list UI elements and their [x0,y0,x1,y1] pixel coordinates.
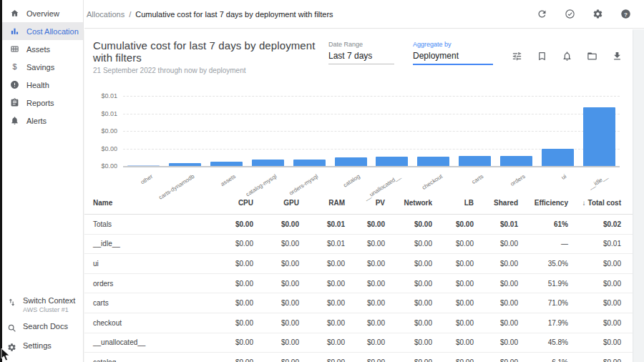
sidebar-item-label: Reports [26,99,54,107]
x-axis-tick-label: catalog [342,173,361,189]
column-header-efficiency[interactable]: Efficiency [518,199,568,207]
cost-bar-chart: $0.01$0.01$0.00$0.00$0.00 othercarts-dyn… [123,96,620,189]
column-header-cpu[interactable]: CPU [209,199,253,207]
row-value: $0.00 [209,280,253,288]
settings-button[interactable]: Settings [0,337,83,356]
row-value: $0.00 [253,280,299,288]
main-background: Cumulative cost for last 7 days by deplo… [84,29,644,362]
row-value: $0.00 [209,338,253,346]
bar-chart-icon [10,26,19,36]
column-header-total-cost[interactable]: ↓Total cost [568,199,621,207]
help-icon[interactable]: ? [620,9,631,19]
sidebar-item-alerts[interactable]: Alerts [0,112,83,129]
bell-outline-icon[interactable] [562,51,572,62]
table-row-__unallocated__[interactable]: __unallocated__$0.00$0.00$0.00$0.00$0.00… [84,333,633,353]
row-value: $0.00 [345,358,385,362]
sidebar-item-savings[interactable]: $ Savings [0,58,83,76]
current-cluster-label: AWS Cluster #1 [23,306,75,313]
table-row-orders[interactable]: orders$0.00$0.00$0.00$0.00$0.00$0.00$0.0… [84,274,633,294]
table-row-__idle__[interactable]: __idle__$0.00$0.00$0.01$0.00$0.00$0.00$0… [84,235,633,255]
bell-icon [10,116,19,125]
check-circle-icon[interactable] [565,9,575,19]
bar-carts[interactable] [459,156,491,166]
bar-catalog-mysql[interactable] [252,160,284,166]
x-axis-tick-label: ui [560,173,567,181]
bar-slot [206,96,248,166]
bar-slot [371,96,413,166]
row-value: $0.00 [474,260,518,268]
bar-assets[interactable] [210,162,243,166]
row-value: $0.00 [345,319,385,327]
date-range-value[interactable]: Last 7 days [328,51,394,64]
topbar-icons: ? [537,9,631,19]
bar-slot [578,96,620,166]
column-header-gpu[interactable]: GPU [253,199,299,207]
sidebar-item-cost-allocation[interactable]: Cost Allocation [0,22,83,40]
column-header-ram[interactable]: RAM [299,199,345,207]
column-header-network[interactable]: Network [385,199,432,207]
settings-label: Settings [23,341,52,350]
y-axis-tick-label: $0.00 [101,127,117,134]
search-docs-button[interactable]: Search Docs [0,318,83,337]
bookmark-icon[interactable] [537,51,547,62]
aggregate-by-value[interactable]: Deployment [413,51,493,65]
breadcrumb: Allocations / Cumulative cost for last 7… [87,10,333,19]
row-value: $0.00 [474,299,518,307]
row-value: $0.00 [209,299,253,307]
tune-icon[interactable] [512,51,522,62]
refresh-icon[interactable] [537,9,547,19]
row-value: $0.00 [432,280,474,288]
switch-context-button[interactable]: Switch Context AWS Cluster #1 [0,292,83,318]
sidebar-nav-list: Overview Cost Allocation Assets $ Saving… [0,0,83,129]
bar-orders[interactable] [500,156,532,166]
date-range-select[interactable]: Date Range Last 7 days [328,41,394,64]
bar-carts-dynamodb[interactable] [169,163,201,166]
sidebar-item-label: Health [26,81,49,89]
row-value: $0.00 [432,338,474,346]
bar-__idle__[interactable] [583,107,615,166]
table-row-carts[interactable]: carts$0.00$0.00$0.00$0.00$0.00$0.00$0.00… [84,293,633,313]
bar-slot [537,96,578,166]
chart-x-axis-labels: othercarts-dynamodbassetscatalog-mysqlor… [123,167,620,189]
table-row-catalog[interactable]: catalog$0.00$0.00$0.00$0.00$0.00$0.00$0.… [84,353,633,362]
bar-__unallocated__[interactable] [376,157,408,166]
bar-checkout[interactable] [417,157,449,166]
bar-slot [454,96,496,166]
row-name: __idle__ [93,240,209,248]
sidebar-item-health[interactable]: Health [0,76,83,94]
download-icon[interactable] [612,51,623,62]
column-header-shared[interactable]: Shared [474,199,518,207]
sidebar-item-overview[interactable]: Overview [0,4,83,22]
sidebar-item-assets[interactable]: Assets [0,40,83,58]
row-value: $0.00 [385,358,432,362]
column-header-lb[interactable]: LB [432,199,474,207]
bar-orders-mysql[interactable] [293,160,326,166]
folder-icon[interactable] [587,51,597,62]
breadcrumb-separator: / [129,10,131,19]
aggregate-by-select[interactable]: Aggregate by Deployment [413,41,493,65]
bar-catalog[interactable] [335,157,367,166]
allocation-table: NameCPUGPURAMPVNetworkLBSharedEfficiency… [84,192,633,362]
column-header-pv[interactable]: PV [345,199,385,207]
bar-slot [330,96,371,166]
row-value: $0.00 [568,319,621,327]
row-value: $0.01 [299,220,345,228]
row-value: $0.00 [345,240,385,248]
content-area: Allocations / Cumulative cost for last 7… [84,0,644,362]
sidebar-item-reports[interactable]: Reports [0,94,83,112]
switch-context-label: Switch Context [23,296,75,305]
breadcrumb-allocations[interactable]: Allocations [87,10,125,19]
row-name: __unallocated__ [93,338,209,346]
search-docs-label: Search Docs [23,322,68,331]
table-row-checkout[interactable]: checkout$0.00$0.00$0.00$0.00$0.00$0.00$0… [84,313,633,333]
bar-other[interactable] [127,165,160,166]
bar-ui[interactable] [542,149,574,167]
row-value: $0.00 [345,338,385,346]
table-row-ui[interactable]: ui$0.00$0.00$0.00$0.00$0.00$0.00$0.0035.… [84,254,633,274]
gear-icon[interactable] [592,9,603,19]
x-label-slot: __idle__ [578,167,620,189]
column-header-name[interactable]: Name [93,199,209,207]
row-name: checkout [93,319,209,327]
y-axis-tick-label: $0.00 [101,162,117,170]
sidebar: Overview Cost Allocation Assets $ Saving… [0,0,84,362]
